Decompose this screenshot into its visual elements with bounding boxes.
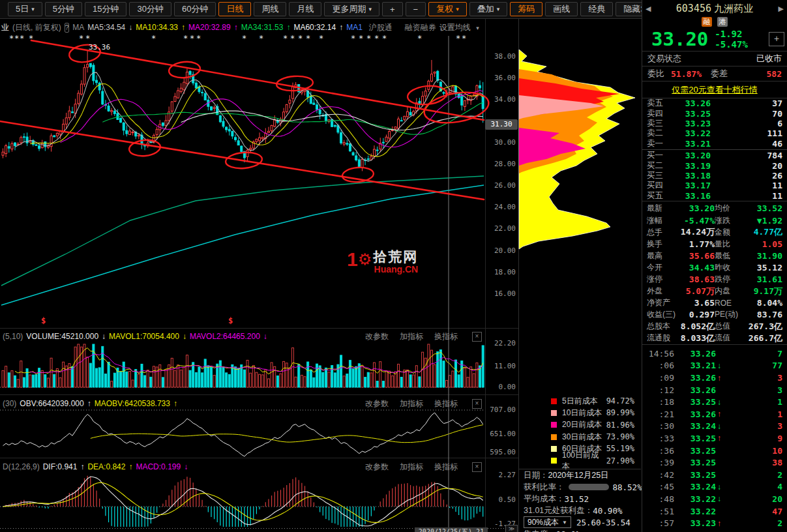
stat-label: 最新: [647, 203, 662, 214]
stock-badge[interactable]: 港: [717, 17, 728, 27]
tick-volume: 38: [726, 458, 782, 467]
order-book: 卖五33.2637卖四33.2570卖三33.236卖二33.22111卖一33…: [642, 98, 787, 201]
stats-cell: 流通股8.033亿: [647, 332, 715, 344]
period-30min-button[interactable]: 30分钟: [129, 2, 171, 16]
margin-trading-label[interactable]: 融资融券: [405, 22, 436, 33]
period-more-button[interactable]: 更多周期▾: [324, 2, 379, 16]
ask-volume: 6: [711, 119, 782, 128]
bid-row[interactable]: 买三33.1826: [642, 171, 787, 181]
tick-time: :06: [647, 361, 674, 370]
indicator-link[interactable]: 换指标: [434, 398, 458, 409]
chips-button[interactable]: 筹码: [510, 2, 542, 16]
ask-row[interactable]: 卖五33.2637: [642, 98, 787, 108]
volume-axis-label: 22.20: [486, 339, 516, 347]
tick-volume: 7: [726, 349, 782, 359]
overlay-button[interactable]: 叠加▾: [469, 2, 508, 16]
watermark-site: 拾荒网: [373, 250, 418, 264]
stats-row: 今开34.43昨收35.12: [642, 261, 787, 273]
chips-concentration-row: 集中度： 18.0%: [518, 528, 641, 532]
tick-row: 14:5633.267: [642, 347, 787, 360]
stat-value: 33.52: [757, 203, 782, 213]
period-week-button[interactable]: 周线: [254, 2, 286, 16]
close-panel-icon[interactable]: ×: [472, 462, 482, 472]
stats-cell: 跌停31.61: [715, 274, 782, 285]
draw-line-button[interactable]: 画线: [545, 2, 578, 16]
ask-row[interactable]: 卖三33.236: [642, 119, 787, 128]
bid-row[interactable]: 买一33.20784: [642, 151, 787, 160]
legend-label: 10日前成本: [562, 407, 602, 419]
period-60min-button[interactable]: 60分钟: [174, 2, 216, 16]
next-stock-arrow[interactable]: ▶: [779, 5, 784, 13]
tick-time: :51: [647, 507, 674, 516]
cost-range-dropdown[interactable]: 90%成本 ▼: [524, 516, 571, 528]
bid-row[interactable]: 买五33.1611: [642, 191, 787, 201]
indicator-link[interactable]: 改参数: [365, 398, 389, 409]
ask-level-label: 卖一: [647, 138, 670, 149]
stat-value: 31.90: [757, 251, 782, 261]
stats-row: 最高35.66最低31.90: [642, 250, 787, 261]
ask-row[interactable]: 卖二33.22111: [642, 128, 787, 138]
level2-promo-link[interactable]: 仅需20元查看十档行情: [672, 84, 757, 96]
ask-row[interactable]: 卖四33.2570: [642, 108, 787, 118]
period-5min-button[interactable]: 5分钟: [45, 2, 82, 16]
expand-axis-button[interactable]: ≫: [505, 525, 518, 532]
tick-price: 33.25: [674, 458, 716, 467]
stat-value: 0.297: [689, 310, 715, 319]
indicator-link[interactable]: 换指标: [434, 462, 458, 473]
zoom-in-button[interactable]: +: [382, 2, 403, 16]
period-day-button[interactable]: 日线: [218, 2, 251, 16]
svg-text:*: *: [196, 34, 201, 43]
tick-price: 33.26: [674, 385, 716, 395]
bid-price: 33.18: [670, 171, 711, 181]
bid-price: 33.19: [670, 161, 711, 171]
svg-text:*: *: [183, 34, 188, 43]
legend-swatch: [551, 434, 557, 440]
indicator-links: 改参数加指标换指标: [365, 462, 461, 473]
close-panel-icon[interactable]: ×: [472, 399, 482, 409]
trading-status-row: 交易状态 已收市: [642, 51, 787, 66]
indicator-link[interactable]: 加指标: [400, 331, 423, 342]
close-panel-icon[interactable]: ×: [472, 332, 482, 342]
period-month-button[interactable]: 月线: [289, 2, 321, 16]
svg-text:*: *: [298, 34, 303, 43]
classic-button[interactable]: 经典: [580, 2, 613, 16]
stat-label: 今开: [647, 262, 662, 273]
hgt-connect-label[interactable]: 沪股通: [369, 22, 393, 33]
indicator-link[interactable]: 换指标: [434, 331, 458, 342]
cost-range-label: 90%成本: [527, 517, 559, 528]
ask-row[interactable]: 卖一33.2146: [642, 139, 787, 149]
stats-cell: 今开34.43: [647, 262, 715, 273]
stat-label: ROE: [715, 299, 732, 308]
bid-price: 33.20: [670, 151, 711, 160]
stat-label: 流通股: [647, 332, 670, 344]
legend-swatch: [551, 458, 557, 464]
bid-volume: 20: [711, 161, 782, 171]
stock-badge[interactable]: 融: [702, 17, 712, 27]
period-5d-button[interactable]: 5日▾: [8, 2, 42, 16]
chevron-down-icon: ▼: [562, 520, 567, 525]
chevron-down-icon: ▾: [476, 25, 479, 31]
indicator-link[interactable]: 改参数: [365, 462, 389, 473]
tick-price: 33.22: [674, 507, 716, 516]
indicator-link[interactable]: 加指标: [400, 398, 423, 409]
button-label: 5日: [16, 3, 29, 15]
bid-row[interactable]: 买二33.1920: [642, 160, 787, 170]
period-15min-button[interactable]: 15分钟: [85, 2, 126, 16]
adjust-price-button[interactable]: 复权▾: [428, 2, 467, 16]
legend-value: 55.19%: [606, 444, 634, 453]
bid-row[interactable]: 买四33.1711: [642, 181, 787, 190]
indicator-link[interactable]: 加指标: [400, 462, 423, 473]
stats-cell: 最高35.66: [647, 250, 715, 261]
indicator-link[interactable]: 改参数: [365, 331, 389, 342]
stat-value: 31.61: [757, 274, 782, 284]
tick-row: :2133.26↑1: [642, 408, 787, 421]
tick-price: 33.25: [674, 470, 716, 480]
prev-stock-arrow[interactable]: ◀: [646, 5, 651, 13]
add-to-watchlist-button[interactable]: +: [769, 32, 784, 46]
button-label: 画线: [553, 3, 570, 15]
time-and-sales[interactable]: 14:5633.267:0633.21↓77:0933.26↑3:1233.26…: [642, 344, 787, 532]
help-icon[interactable]: ?: [65, 23, 70, 33]
zoom-out-button[interactable]: −: [406, 2, 426, 16]
ma-settings-button[interactable]: 设置均线 ▾: [439, 22, 483, 33]
indicator-value: MAOBV:6420538.733: [95, 399, 170, 408]
